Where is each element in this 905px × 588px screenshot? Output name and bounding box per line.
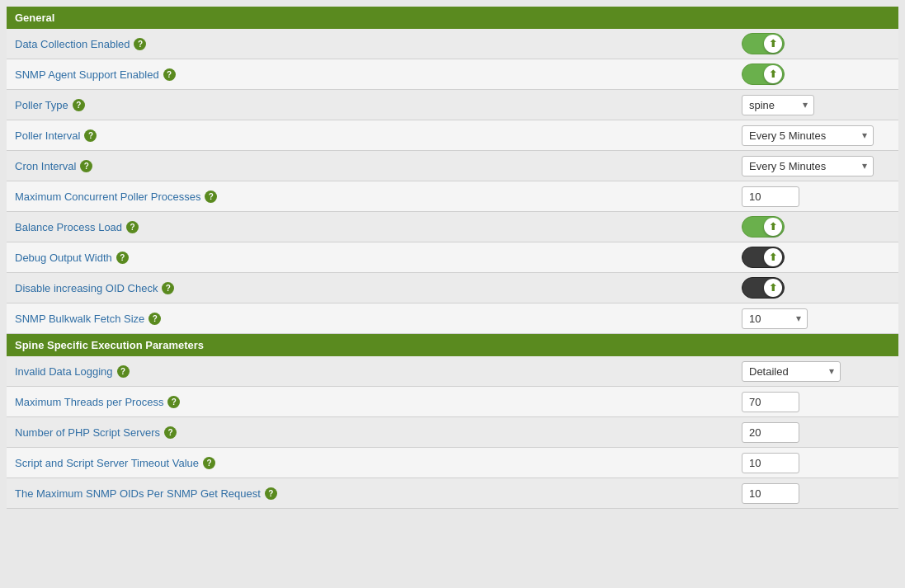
label-text: Debug Output Width — [15, 252, 112, 264]
label-max-snmp-oids: The Maximum SNMP OIDs Per SNMP Get Reque… — [7, 482, 733, 505]
toggle-thumb-icon: ⬆ — [769, 68, 777, 80]
help-icon-cron-interval[interactable]: ? — [80, 160, 92, 172]
help-icon-max-threads[interactable]: ? — [167, 396, 180, 408]
help-icon-max-concurrent[interactable]: ? — [205, 191, 217, 203]
label-disable-increasing-oid: Disable increasing OID Check ? — [7, 277, 733, 299]
help-icon-invalid-data-logging[interactable]: ? — [117, 365, 130, 378]
select-snmp-bulkwalk[interactable]: 10 25 50 100 — [742, 308, 808, 329]
help-icon-poller-interval[interactable]: ? — [84, 129, 97, 142]
label-poller-interval: Poller Interval ? — [7, 125, 733, 147]
toggle-thumb: ⬆ — [764, 65, 782, 83]
input-max-snmp-oids[interactable] — [742, 483, 799, 504]
label-text: SNMP Bulkwalk Fetch Size — [15, 313, 144, 325]
row-poller-interval: Poller Interval ? Every 1 Minute Every 5… — [7, 120, 898, 151]
label-text: Data Collection Enabled — [15, 38, 130, 50]
help-icon-disable-oid[interactable]: ? — [162, 282, 174, 294]
toggle-disable-increasing-oid[interactable]: ⬆ — [742, 277, 785, 299]
help-icon-balance-process[interactable]: ? — [126, 221, 139, 233]
row-number-php-script-servers: Number of PHP Script Servers ? — [7, 417, 898, 448]
control-balance-process-load: ⬆ — [733, 213, 898, 241]
select-poller-type[interactable]: spine cmd.php — [742, 95, 814, 115]
row-snmp-bulkwalk-fetch-size: SNMP Bulkwalk Fetch Size ? 10 25 50 100 — [7, 303, 898, 334]
label-balance-process-load: Balance Process Load ? — [7, 216, 733, 238]
toggle-thumb: ⬆ — [764, 218, 782, 236]
label-text: Disable increasing OID Check — [15, 282, 158, 294]
label-text: Poller Interval — [15, 129, 80, 142]
input-number-php-script-servers[interactable] — [742, 422, 799, 443]
control-debug-output-width: ⬆ — [733, 243, 898, 271]
label-text: Cron Interval — [15, 160, 76, 172]
control-data-collection-enabled: ⬆ — [733, 30, 898, 58]
control-poller-interval: Every 1 Minute Every 5 Minutes Every 10 … — [733, 122, 898, 149]
help-icon-snmp-bulkwalk[interactable]: ? — [148, 313, 161, 325]
toggle-snmp-agent-support[interactable]: ⬆ — [742, 64, 785, 85]
row-poller-type: Poller Type ? spine cmd.php — [7, 90, 898, 120]
control-cron-interval: Every 1 Minute Every 5 Minutes Every 10 … — [733, 153, 898, 180]
input-max-concurrent-poller[interactable] — [742, 186, 799, 207]
select-poller-interval[interactable]: Every 1 Minute Every 5 Minutes Every 10 … — [742, 125, 874, 146]
control-number-php-script-servers — [733, 419, 898, 446]
label-data-collection-enabled: Data Collection Enabled ? — [7, 33, 733, 55]
label-text: Balance Process Load — [15, 221, 122, 233]
row-balance-process-load: Balance Process Load ? ⬆ — [7, 212, 898, 242]
toggle-thumb-icon: ⬆ — [769, 221, 777, 233]
spine-section: Spine Specific Execution Parameters Inva… — [7, 334, 898, 509]
select-wrapper-invalid-data-logging: Detailed Summary None — [742, 361, 841, 382]
help-icon-snmp-agent[interactable]: ? — [163, 68, 176, 81]
label-text: Poller Type — [15, 99, 68, 111]
row-max-threads-per-process: Maximum Threads per Process ? — [7, 387, 898, 417]
label-text: Number of PHP Script Servers — [15, 426, 160, 439]
input-script-server-timeout[interactable] — [742, 453, 799, 473]
label-script-server-timeout: Script and Script Server Timeout Value ? — [7, 452, 733, 474]
spine-section-header: Spine Specific Execution Parameters — [7, 334, 898, 356]
row-snmp-agent-support: SNMP Agent Support Enabled ? ⬆ — [7, 59, 898, 90]
toggle-thumb: ⬆ — [764, 248, 782, 266]
select-wrapper-cron-interval: Every 1 Minute Every 5 Minutes Every 10 … — [742, 156, 874, 176]
label-invalid-data-logging: Invalid Data Logging ? — [7, 360, 733, 383]
toggle-track: ⬆ — [742, 247, 785, 268]
label-text: Maximum Concurrent Poller Processes — [15, 191, 200, 203]
label-cron-interval: Cron Interval ? — [7, 155, 733, 177]
toggle-data-collection-enabled[interactable]: ⬆ — [742, 33, 785, 54]
help-icon-script-timeout[interactable]: ? — [203, 457, 215, 469]
help-icon-poller-type[interactable]: ? — [73, 99, 85, 111]
row-cron-interval: Cron Interval ? Every 1 Minute Every 5 M… — [7, 151, 898, 181]
help-icon-debug-output[interactable]: ? — [116, 252, 129, 264]
label-text: Script and Script Server Timeout Value — [15, 457, 199, 469]
row-invalid-data-logging: Invalid Data Logging ? Detailed Summary … — [7, 356, 898, 387]
control-max-concurrent-poller — [733, 183, 898, 210]
label-max-concurrent-poller: Maximum Concurrent Poller Processes ? — [7, 186, 733, 208]
row-max-concurrent-poller: Maximum Concurrent Poller Processes ? — [7, 181, 898, 212]
toggle-thumb-icon: ⬆ — [769, 282, 777, 294]
page-wrapper: General Data Collection Enabled ? ⬆ — [0, 0, 905, 588]
select-wrapper-poller-interval: Every 1 Minute Every 5 Minutes Every 10 … — [742, 125, 874, 146]
control-disable-increasing-oid: ⬆ — [733, 274, 898, 302]
label-snmp-agent-support: SNMP Agent Support Enabled ? — [7, 64, 733, 86]
toggle-debug-output-width[interactable]: ⬆ — [742, 247, 785, 268]
select-wrapper-snmp-bulkwalk: 10 25 50 100 — [742, 308, 808, 329]
toggle-track: ⬆ — [742, 33, 785, 54]
label-text: Maximum Threads per Process — [15, 396, 163, 408]
label-snmp-bulkwalk-fetch-size: SNMP Bulkwalk Fetch Size ? — [7, 308, 733, 330]
label-text: Invalid Data Logging — [15, 365, 113, 378]
control-snmp-agent-support: ⬆ — [733, 60, 898, 88]
row-debug-output-width: Debug Output Width ? ⬆ — [7, 242, 898, 273]
select-invalid-data-logging[interactable]: Detailed Summary None — [742, 361, 841, 382]
toggle-track: ⬆ — [742, 64, 785, 85]
select-cron-interval[interactable]: Every 1 Minute Every 5 Minutes Every 10 … — [742, 156, 874, 176]
label-debug-output-width: Debug Output Width ? — [7, 247, 733, 269]
toggle-balance-process-load[interactable]: ⬆ — [742, 216, 785, 238]
select-wrapper-poller-type: spine cmd.php — [742, 95, 814, 115]
help-icon-php-script-servers[interactable]: ? — [164, 426, 177, 439]
toggle-thumb: ⬆ — [764, 279, 782, 297]
label-number-php-script-servers: Number of PHP Script Servers ? — [7, 421, 733, 444]
help-icon-max-snmp-oids[interactable]: ? — [265, 487, 277, 500]
control-max-threads-per-process — [733, 388, 898, 416]
label-max-threads-per-process: Maximum Threads per Process ? — [7, 391, 733, 413]
control-invalid-data-logging: Detailed Summary None — [733, 358, 898, 385]
input-max-threads-per-process[interactable] — [742, 392, 799, 412]
label-text: SNMP Agent Support Enabled — [15, 68, 159, 81]
row-max-snmp-oids: The Maximum SNMP OIDs Per SNMP Get Reque… — [7, 478, 898, 509]
row-disable-increasing-oid: Disable increasing OID Check ? ⬆ — [7, 273, 898, 303]
help-icon-data-collection[interactable]: ? — [134, 38, 146, 50]
